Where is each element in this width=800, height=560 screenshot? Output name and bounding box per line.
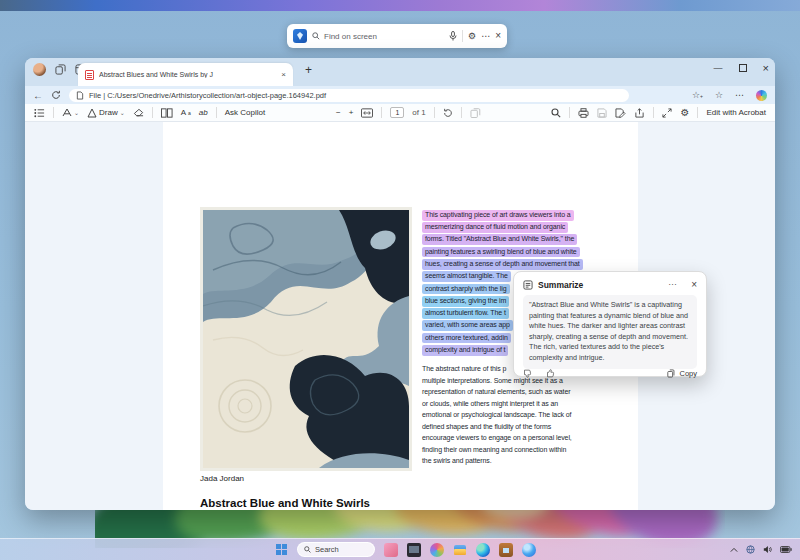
edit-with-acrobat-button[interactable]: Edit with Acrobat [706,108,766,117]
pdf-toolbar: ⌄ Draw ⌄ Aa ab Ask Copilot − + 1 of 1 [25,104,775,122]
find-more-icon[interactable]: ⋯ [481,32,490,41]
workspaces-icon[interactable] [55,64,66,75]
two-page-view-icon[interactable] [161,108,173,118]
find-close-icon[interactable]: × [495,31,501,41]
summarize-popup: Summarize ⋯ × "Abstract Blue and White S… [513,271,707,377]
network-icon[interactable] [746,545,755,554]
window-close-button[interactable]: × [763,62,769,74]
draw-tool-button[interactable]: Draw ⌄ [87,108,125,118]
window-maximize-button[interactable] [739,64,747,72]
tray-chevron-up-icon[interactable] [730,547,738,553]
app-icon-laptop[interactable] [407,543,421,557]
save-icon[interactable] [597,108,607,118]
address-url-field[interactable]: File | C:/Users/Onedrive/Arthistorycolle… [69,89,629,102]
highlighted-line: forms. Titled "Abstract Blue and White S… [422,234,577,245]
volume-icon[interactable] [763,545,772,554]
divider [569,107,570,118]
page-number-input[interactable]: 1 [390,107,404,118]
window-minimize-button[interactable]: — [714,63,723,73]
divider [434,107,435,118]
share-icon[interactable] [634,108,645,118]
fullscreen-icon[interactable] [662,108,672,118]
text-select-button[interactable]: ab [199,108,208,117]
find-on-screen-widget: Find on screen ⚙ ⋯ × [287,24,507,48]
popup-close-icon[interactable]: × [691,279,697,290]
print-icon[interactable] [578,108,589,118]
find-widget-logo-icon [293,29,307,43]
draw-label: Draw [99,108,118,117]
profile-avatar[interactable] [33,63,46,76]
find-input[interactable]: Find on screen [312,32,444,41]
favorites-icon[interactable]: ☆ [715,90,723,100]
divider [461,107,462,118]
highlighted-line: contrast sharply with the lig [422,284,510,295]
app-icon-photos[interactable] [430,543,444,557]
contents-icon[interactable] [34,108,45,118]
add-page-icon[interactable] [470,108,481,118]
browser-tab[interactable]: Abstract Blues and White Swirls by J × [78,63,293,86]
divider [697,107,698,118]
divider [53,107,54,118]
artist-name: Jada Jordan [200,474,244,483]
pdf-file-icon [85,70,94,80]
app-icon-file-explorer[interactable] [453,543,467,557]
copilot-orb-icon[interactable] [756,90,767,101]
thumbs-up-icon[interactable] [546,369,555,378]
back-icon[interactable]: ← [33,90,43,101]
fit-to-width-icon[interactable] [361,108,373,118]
popup-title: Summarize [538,280,663,290]
taskbar: Search [0,538,800,560]
page-total-label: of 1 [412,108,425,117]
battery-icon[interactable] [780,546,792,553]
divider [462,30,463,42]
copy-label: Copy [679,369,697,378]
read-aloud-button[interactable]: Aa [181,108,191,117]
taskbar-search[interactable]: Search [297,542,375,557]
divider [152,107,153,118]
highlighted-line: seems almost tangible. The [422,271,511,282]
popup-summary-text: "Abstract Blue and White Swirls" is a ca… [523,295,697,369]
popup-copy-button[interactable]: Copy [667,369,697,378]
divider [381,107,382,118]
highlighted-line: mesmerizing dance of fluid motion and or… [422,222,568,233]
tab-title: Abstract Blues and White Swirls by J [99,71,276,78]
summarize-icon [523,280,533,290]
read-aloud-glyph: A [181,108,186,117]
pdf-settings-gear-icon[interactable]: ⚙ [680,108,689,118]
zoom-in-button[interactable]: + [349,108,354,117]
search-icon [312,32,320,40]
browser-more-icon[interactable]: ⋯ [735,90,744,100]
divider [653,107,654,118]
app-icon-paint[interactable] [384,543,398,557]
highlighted-line: hues, creating a sense of depth and move… [422,259,583,270]
file-icon [76,91,84,100]
highlighter-icon [62,108,72,118]
highlighted-line: almost turbulent flow. The t [422,308,509,319]
highlight-tool-button[interactable]: ⌄ [62,108,79,118]
pen-icon [87,108,97,118]
app-icon-edge-active[interactable] [476,543,490,557]
find-settings-gear-icon[interactable]: ⚙ [468,32,476,41]
find-in-document-icon[interactable] [551,108,561,118]
tab-close-icon[interactable]: × [281,70,286,79]
ask-copilot-button[interactable]: Ask Copilot [225,108,265,117]
start-button[interactable] [276,544,288,556]
zoom-out-button[interactable]: − [336,108,341,117]
app-icon-store[interactable] [499,543,513,557]
app-icon-copilot[interactable] [522,543,536,557]
tab-strip: Abstract Blues and White Swirls by J × +… [25,58,775,86]
eraser-icon[interactable] [133,108,144,118]
microphone-icon[interactable] [449,31,457,41]
browser-window: Abstract Blues and White Swirls by J × +… [25,58,775,510]
rotate-icon[interactable] [443,108,453,118]
new-tab-button[interactable]: + [305,63,312,77]
highlighted-line: blue sections, giving the im [422,296,509,307]
popup-more-icon[interactable]: ⋯ [668,280,676,289]
url-text: File | C:/Users/Onedrive/Arthistorycolle… [89,91,326,100]
address-bar: ← File | C:/Users/Onedrive/Arthistorycol… [25,86,775,104]
save-as-icon[interactable] [615,108,626,118]
thumbs-down-icon[interactable] [523,369,532,378]
refresh-icon[interactable] [51,90,61,100]
read-aloud-sup: a [188,110,191,116]
favorites-add-icon[interactable]: ☆+ [692,90,703,100]
